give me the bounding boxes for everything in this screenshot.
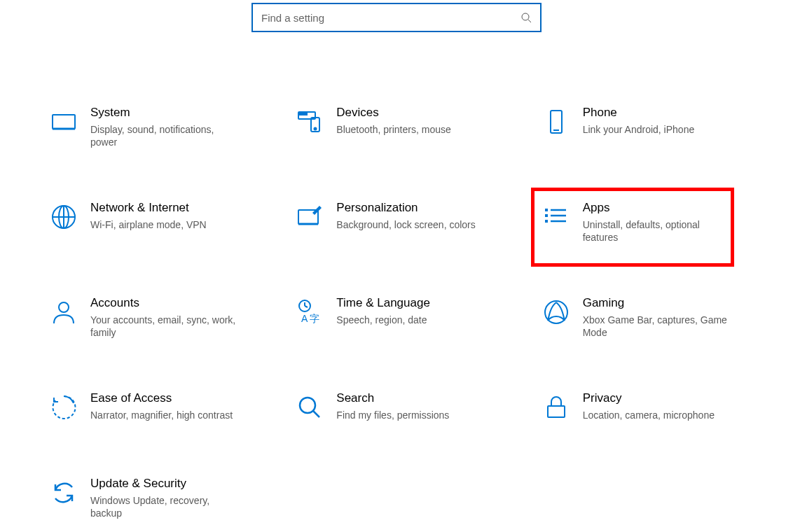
search-box[interactable] <box>251 3 542 32</box>
svg-line-32 <box>313 411 319 417</box>
tile-desc: Bluetooth, printers, mouse <box>336 123 483 136</box>
svg-text:A: A <box>301 313 308 324</box>
tile-personalization[interactable]: Personalization Background, lock screen,… <box>289 197 504 248</box>
tile-desc: Windows Update, recovery, backup <box>90 494 237 519</box>
svg-line-1 <box>528 20 531 22</box>
tile-network[interactable]: Network & Internet Wi-Fi, airplane mode,… <box>43 197 258 248</box>
tile-apps[interactable]: Apps Uninstall, defaults, optional featu… <box>535 197 750 248</box>
tile-desc: Xbox Game Bar, captures, Game Mode <box>583 314 730 339</box>
system-icon <box>47 105 81 139</box>
tile-desc: Your accounts, email, sync, work, family <box>90 314 237 339</box>
accounts-icon <box>47 295 81 329</box>
devices-icon <box>293 105 326 139</box>
tile-desc: Background, lock screen, colors <box>336 218 483 231</box>
tile-title: Apps <box>583 200 746 216</box>
network-icon <box>47 200 81 234</box>
svg-point-9 <box>315 128 317 130</box>
search-input[interactable] <box>261 12 520 24</box>
tile-desc: Speech, region, date <box>336 314 483 326</box>
svg-text:字: 字 <box>310 313 319 324</box>
tile-title: System <box>90 105 254 120</box>
phone-icon <box>539 105 573 139</box>
tile-title: Time & Language <box>336 295 499 311</box>
tile-update-security[interactable]: Update & Security Windows Update, recove… <box>43 473 258 524</box>
tile-desc: Link your Android, iPhone <box>583 123 730 136</box>
tile-title: Phone <box>583 105 746 120</box>
ease-of-access-icon <box>47 391 81 424</box>
tile-devices[interactable]: Devices Bluetooth, printers, mouse <box>289 102 504 153</box>
tile-search[interactable]: Search Find my files, permissions <box>289 388 504 428</box>
tile-desc: Find my files, permissions <box>336 409 483 421</box>
svg-line-27 <box>305 306 308 307</box>
svg-point-24 <box>59 302 69 312</box>
svg-rect-5 <box>300 113 301 115</box>
privacy-icon <box>539 391 573 424</box>
svg-rect-20 <box>545 220 548 223</box>
svg-point-31 <box>300 398 315 413</box>
tile-title: Accounts <box>90 295 254 311</box>
tile-phone[interactable]: Phone Link your Android, iPhone <box>535 102 750 153</box>
tile-title: Search <box>336 391 499 406</box>
svg-rect-2 <box>53 115 75 129</box>
tile-ease-of-access[interactable]: Ease of Access Narrator, magnifier, high… <box>43 388 258 428</box>
tile-time-language[interactable]: A 字 Time & Language Speech, region, date <box>289 293 504 343</box>
tile-title: Network & Internet <box>90 200 254 216</box>
tile-gaming[interactable]: Gaming Xbox Game Bar, captures, Game Mod… <box>535 293 750 343</box>
search-icon <box>520 12 532 23</box>
svg-rect-6 <box>303 113 304 115</box>
tile-desc: Display, sound, notifications, power <box>90 123 237 148</box>
tile-desc: Uninstall, defaults, optional features <box>583 218 730 244</box>
tile-title: Gaming <box>583 295 746 311</box>
apps-icon <box>539 200 573 234</box>
svg-rect-7 <box>305 113 307 115</box>
personalization-icon <box>293 200 326 234</box>
svg-rect-33 <box>548 406 565 417</box>
gaming-icon <box>539 295 573 329</box>
settings-grid: System Display, sound, notifications, po… <box>43 32 750 524</box>
tile-title: Devices <box>336 105 499 120</box>
tile-title: Personalization <box>336 200 499 216</box>
tile-desc: Narrator, magnifier, high contrast <box>90 409 237 421</box>
tile-privacy[interactable]: Privacy Location, camera, microphone <box>535 388 750 428</box>
update-security-icon <box>47 476 81 510</box>
svg-point-0 <box>522 13 529 20</box>
search-category-icon <box>293 391 326 424</box>
tile-desc: Wi-Fi, airplane mode, VPN <box>90 218 237 231</box>
tile-system[interactable]: System Display, sound, notifications, po… <box>43 102 258 153</box>
tile-title: Ease of Access <box>90 391 254 406</box>
tile-desc: Location, camera, microphone <box>583 409 730 421</box>
time-language-icon: A 字 <box>293 295 326 329</box>
tile-accounts[interactable]: Accounts Your accounts, email, sync, wor… <box>43 293 258 343</box>
tile-title: Privacy <box>583 391 746 406</box>
svg-rect-18 <box>545 209 548 211</box>
svg-rect-19 <box>545 214 548 217</box>
tile-title: Update & Security <box>90 476 254 491</box>
